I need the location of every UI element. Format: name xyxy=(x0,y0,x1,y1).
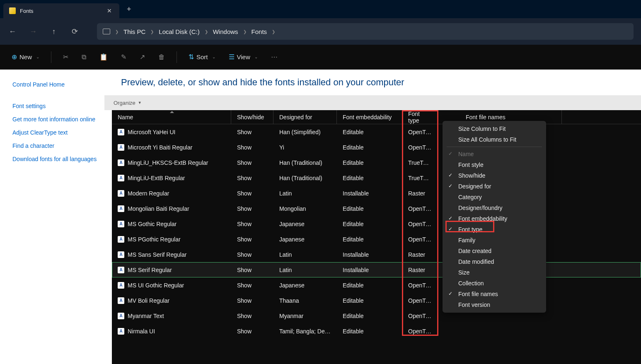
ctx-item-date-created[interactable]: Date created xyxy=(443,246,546,256)
ctx-item-date-modified[interactable]: Date modified xyxy=(443,256,546,267)
cell-embed: Editable xyxy=(337,236,402,243)
table-row[interactable]: AMS Sans Serif RegularShowLatinInstallab… xyxy=(112,247,641,262)
back-button[interactable]: ← xyxy=(7,27,17,36)
ctx-item-category[interactable]: Category xyxy=(443,192,546,202)
cell-type: OpenType xyxy=(402,282,438,289)
cell-design: Myanmar xyxy=(273,313,337,319)
paste-button[interactable]: 📋 xyxy=(95,51,112,63)
view-button[interactable]: ☰ View ⌄ xyxy=(225,51,262,63)
page-title: Preview, delete, or show and hide the fo… xyxy=(104,70,641,95)
ctx-item-designed-for[interactable]: Designed for xyxy=(443,181,546,192)
divider xyxy=(51,51,51,63)
new-button[interactable]: ⊕ New ⌄ xyxy=(7,51,44,63)
new-tab-button[interactable]: + xyxy=(119,5,139,14)
ctx-item-collection[interactable]: Collection xyxy=(443,278,546,289)
address-bar[interactable]: ❯ This PC ❯ Local Disk (C:) ❯ Windows ❯ … xyxy=(97,23,634,40)
cell-design: Yi xyxy=(273,144,337,151)
cell-embed: Installable xyxy=(337,190,402,197)
organize-bar[interactable]: Organize ▼ xyxy=(104,95,641,110)
cell-design: Tamil; Bangla; Deva... xyxy=(273,328,337,335)
ctx-item-font-style[interactable]: Font style xyxy=(443,159,546,170)
col-header-show[interactable]: Show/hide xyxy=(231,110,273,124)
cell-type: OpenType xyxy=(402,236,438,243)
ctx-item-font-embeddability[interactable]: Font embeddability xyxy=(443,213,546,224)
font-file-icon: A xyxy=(118,267,124,273)
content-area: Preview, delete, or show and hide the fo… xyxy=(104,70,641,364)
ctx-item[interactable]: Size All Columns to Fit xyxy=(443,134,546,145)
ctx-item-font-type[interactable]: Font type xyxy=(443,224,546,235)
table-row[interactable]: AMyanmar TextShowMyanmarEditableOpenType xyxy=(112,308,641,323)
sidebar-more-info[interactable]: Get more font information online xyxy=(12,113,104,126)
copy-button[interactable]: ⧉ xyxy=(77,51,90,63)
cell-type: OpenType xyxy=(402,144,438,151)
more-button[interactable]: ⋯ xyxy=(267,51,282,63)
cell-type: TrueType xyxy=(402,175,438,181)
chevron-down-icon: ⌄ xyxy=(212,55,215,59)
table-row[interactable]: AModern RegularShowLatinInstallableRaste… xyxy=(112,186,641,201)
ctx-item-font-version[interactable]: Font version xyxy=(443,299,546,310)
table-row[interactable]: ANirmala UIShowTamil; Bangla; Deva...Edi… xyxy=(112,323,641,339)
cell-type: OpenType xyxy=(402,297,438,304)
chevron-right-icon: ❯ xyxy=(205,29,208,34)
forward-button[interactable]: → xyxy=(28,27,38,36)
ctx-item-designer-foundry[interactable]: Designer/foundry xyxy=(443,202,546,213)
cell-name: AMS Gothic Regular xyxy=(112,221,231,227)
table-row[interactable]: AMingLiU_HKSCS-ExtB RegularShowHan (Trad… xyxy=(112,155,641,170)
cell-show: Show xyxy=(231,328,273,335)
refresh-button[interactable]: ⟳ xyxy=(70,27,80,36)
table-row[interactable]: AMingLiU-ExtB RegularShowHan (Traditiona… xyxy=(112,170,641,186)
close-icon[interactable]: ✕ xyxy=(105,7,114,15)
table-row[interactable]: AMS UI Gothic RegularShowJapaneseEditabl… xyxy=(112,277,641,293)
ctx-item-size[interactable]: Size xyxy=(443,267,546,278)
cell-type: OpenType xyxy=(402,328,438,335)
tab-title: Fonts xyxy=(20,8,101,14)
view-icon: ☰ xyxy=(229,53,235,61)
cell-embed: Installable xyxy=(337,267,402,273)
col-header-design[interactable]: Designed for xyxy=(273,110,337,124)
col-header-type[interactable]: Font type xyxy=(402,110,438,124)
cut-button[interactable]: ✂ xyxy=(59,51,73,63)
table-row[interactable]: AMV Boli RegularShowThaanaEditableOpenTy… xyxy=(112,293,641,308)
sidebar-download-fonts[interactable]: Download fonts for all languages xyxy=(12,152,104,166)
cell-show: Show xyxy=(231,205,273,212)
ctx-item[interactable]: Size Column to Fit xyxy=(443,123,546,134)
sidebar-cleartype[interactable]: Adjust ClearType text xyxy=(12,126,104,139)
table-row[interactable]: AMS PGothic RegularShowJapaneseEditableO… xyxy=(112,231,641,247)
font-file-icon: A xyxy=(118,328,124,335)
delete-button[interactable]: 🗑 xyxy=(154,51,169,63)
sidebar-find-char[interactable]: Find a character xyxy=(12,139,104,152)
up-button[interactable]: ↑ xyxy=(49,27,59,36)
nav-bar: ← → ↑ ⟳ ❯ This PC ❯ Local Disk (C:) ❯ Wi… xyxy=(0,18,641,45)
cell-show: Show xyxy=(231,282,273,289)
table-row[interactable]: AMS Serif RegularShowLatinInstallableRas… xyxy=(112,262,641,277)
table-row[interactable]: AMS Gothic RegularShowJapaneseEditableOp… xyxy=(112,216,641,231)
share-button[interactable]: ↗ xyxy=(135,51,149,63)
col-header-name[interactable]: Name xyxy=(112,110,231,124)
tab-fonts[interactable]: Fonts ✕ xyxy=(3,3,119,18)
sidebar-home[interactable]: Control Panel Home xyxy=(12,78,104,91)
ctx-item-show-hide[interactable]: Show/hide xyxy=(443,170,546,181)
ctx-item-font-file-names[interactable]: Font file names xyxy=(443,289,546,299)
sort-button[interactable]: ⇅ Sort ⌄ xyxy=(184,51,220,63)
rename-button[interactable]: ✎ xyxy=(117,51,131,63)
toolbar: ⊕ New ⌄ ✂ ⧉ 📋 ✎ ↗ 🗑 ⇅ Sort ⌄ ☰ View ⌄ ⋯ xyxy=(0,45,641,70)
cell-embed: Installable xyxy=(337,251,402,258)
table-row[interactable]: AMicrosoft YaHei UIShowHan (Simplified)E… xyxy=(112,124,641,140)
cell-embed: Editable xyxy=(337,175,402,181)
breadcrumb-fonts[interactable]: Fonts xyxy=(252,28,267,35)
font-table: Name Show/hide Designed for Font embedda… xyxy=(112,110,641,364)
breadcrumb-windows[interactable]: Windows xyxy=(213,28,238,35)
column-context-menu: Size Column to FitSize All Columns to Fi… xyxy=(443,121,546,313)
col-header-embed[interactable]: Font embeddability xyxy=(337,110,402,124)
cell-design: Mongolian xyxy=(273,205,337,212)
sidebar-font-settings[interactable]: Font settings xyxy=(12,99,104,113)
table-row[interactable]: AMicrosoft Yi Baiti RegularShowYiEditabl… xyxy=(112,140,641,155)
table-row[interactable]: AMongolian Baiti RegularShowMongolianEdi… xyxy=(112,201,641,216)
chevron-right-icon: ❯ xyxy=(243,29,247,34)
breadcrumb-local-disk[interactable]: Local Disk (C:) xyxy=(159,28,199,35)
ctx-item-family[interactable]: Family xyxy=(443,235,546,246)
breadcrumb-this-pc[interactable]: This PC xyxy=(123,28,145,35)
cell-embed: Editable xyxy=(337,159,402,166)
cell-design: Latin xyxy=(273,251,337,258)
font-file-icon: A xyxy=(118,205,124,212)
